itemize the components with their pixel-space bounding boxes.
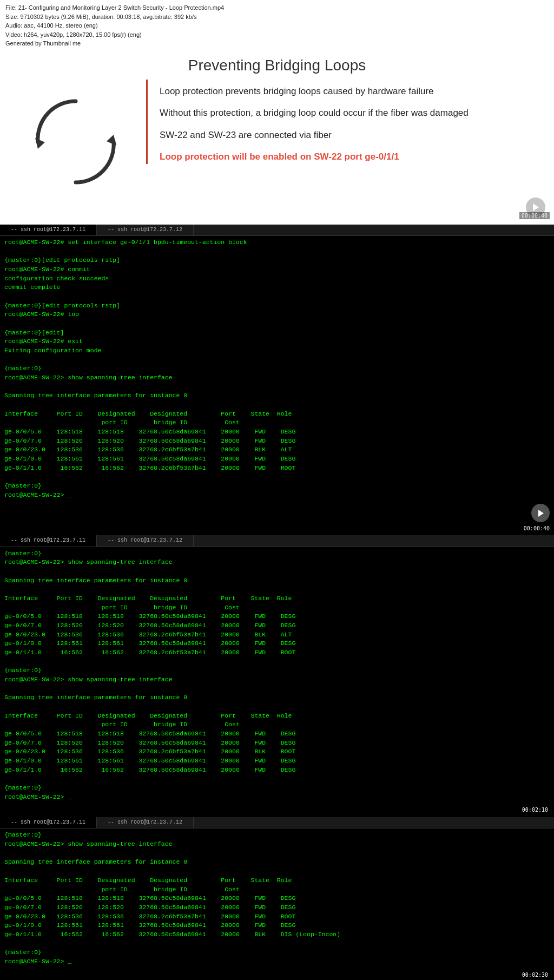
- timestamp4: 00:02:30: [520, 971, 550, 980]
- terminal-section-1: -- ssh root@172.23.7.11 -- ssh root@172.…: [0, 225, 554, 536]
- terminal-tab-left-3[interactable]: -- ssh root@172.23.7.11: [0, 817, 97, 828]
- loop-icon: [16, 90, 135, 193]
- svg-marker-1: [107, 135, 116, 146]
- terminal-body-2: {master:0} root@ACME-SW-22> show spannin…: [0, 547, 554, 805]
- terminal-tab-bar-2: -- ssh root@172.23.7.11 -- ssh root@172.…: [0, 535, 554, 547]
- timestamp2: 00:00:40: [524, 525, 550, 531]
- slide-title: Preventing Bridging Loops: [188, 57, 366, 74]
- terminal-tab-bar-3: -- ssh root@172.23.7.11 -- ssh root@172.…: [0, 817, 554, 829]
- metadata-line5: Generated by Thumbnail me: [5, 39, 549, 48]
- slide-bullet2: Without this protection, a bridging loop…: [160, 107, 538, 120]
- svg-marker-3: [538, 510, 544, 517]
- terminal-section-3: -- ssh root@172.23.7.11 -- ssh root@172.…: [0, 817, 554, 980]
- terminal-tab-right-2[interactable]: -- ssh root@172.23.7.12: [97, 535, 194, 547]
- metadata-line1: File: 21- Configuring and Monitoring Lay…: [5, 3, 549, 12]
- terminal-tab-right-3[interactable]: -- ssh root@172.23.7.12: [97, 817, 194, 828]
- terminal-tab-left-1[interactable]: -- ssh root@172.23.7.11: [0, 225, 97, 236]
- metadata-line4: Video: h264, yuv420p, 1280x720, 15.00 fp…: [5, 30, 549, 40]
- metadata-section: File: 21- Configuring and Monitoring Lay…: [0, 0, 554, 51]
- metadata-line2: Size: 9710302 bytes (9.26 MiB), duration…: [5, 12, 549, 22]
- terminal-body-3: {master:0} root@ACME-SW-22> show spannin…: [0, 828, 554, 969]
- slide-bullet1: Loop protection prevents bridging loops …: [160, 85, 538, 98]
- play-button-2[interactable]: [531, 504, 550, 522]
- slide-bullet4: Loop protection will be enabled on SW-22…: [160, 150, 538, 164]
- timestamp3: 00:02:10: [520, 806, 550, 815]
- terminal-tab-bar-1: -- ssh root@172.23.7.11 -- ssh root@172.…: [0, 225, 554, 236]
- terminal-tab-right-1[interactable]: -- ssh root@172.23.7.12: [97, 225, 194, 236]
- terminal-section-2: -- ssh root@172.23.7.11 -- ssh root@172.…: [0, 535, 554, 817]
- slide-bullet3: SW-22 and SW-23 are connected via fiber: [160, 129, 538, 142]
- terminal-body-1: root@ACME-SW-22# set interface ge-0/1/1 …: [0, 236, 554, 503]
- timestamp1: 00:00:40: [519, 212, 550, 219]
- terminal-tab-left-2[interactable]: -- ssh root@172.23.7.11: [0, 535, 97, 547]
- metadata-line3: Audio: aac, 44100 Hz, stereo (eng): [5, 21, 549, 30]
- svg-marker-0: [35, 138, 45, 149]
- svg-marker-2: [533, 203, 539, 211]
